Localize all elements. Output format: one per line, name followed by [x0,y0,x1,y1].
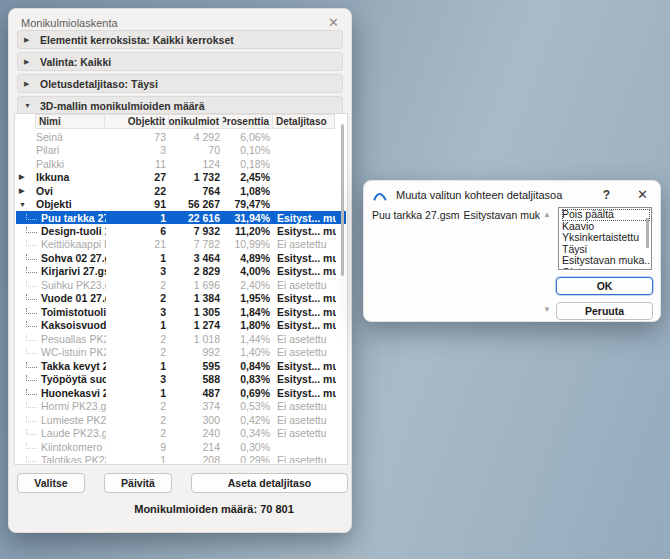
row-name: Toimistotuoli 0... [41,306,106,318]
option-item[interactable]: Oletus [562,267,650,270]
table-row[interactable]: Lumieste PK23....23000,42%Ei asetettu [16,413,346,426]
row-percent: 0,84% [224,360,274,372]
detail-dialog-titlebar[interactable]: Muuta valitun kohteen detaljitasoa ? ✕ [364,181,660,206]
tree-branch-icon [26,240,37,246]
option-item[interactable]: Kaavio [562,221,650,233]
detail-level-dialog: Muuta valitun kohteen detaljitasoa ? ✕ P… [363,180,661,322]
row-percent: 1,80% [224,319,274,331]
help-icon[interactable]: ? [603,188,610,202]
table-row[interactable]: Toimistotuoli 0...31 3051,84%Esityst... … [16,305,346,318]
table-row[interactable]: Palkki111240,18% [16,157,346,170]
tree-branch-icon [26,389,37,395]
row-percent: 2,45% [224,171,274,183]
ok-button[interactable]: OK [556,277,653,295]
row-objects: 91 [106,198,170,210]
row-objects: 73 [106,131,170,143]
tree-branch-icon [26,416,37,422]
table-scrollbar[interactable] [341,124,344,276]
update-button[interactable]: Päivitä [104,473,172,493]
row-detail-level: Esityst... mukaan [274,292,336,304]
chevron-right-icon[interactable]: ▶ [19,173,24,181]
column-header-prosenttia[interactable]: Prosenttia [223,114,273,129]
table-row[interactable]: Huonekasvi 27....14870,69%Esityst... muk… [16,386,346,399]
table-row[interactable]: Pesuallas PK23....21 0181,44%Ei asetettu [16,332,346,345]
option-item[interactable]: Täysi [562,244,650,256]
row-name: Laude PK23.gsm [41,427,106,439]
row-name-cell: Hormi PK23.gsm [16,400,106,412]
table-row[interactable]: Vuode 01 27.g...21 3841,95%Esityst... mu… [16,292,346,305]
table-row[interactable]: ▶Ikkuna271 7322,45% [16,170,346,183]
close-icon[interactable]: ✕ [328,16,339,29]
tree-branch-icon [26,362,37,368]
table-row[interactable]: Takka kevyt 27....15950,84%Esityst... mu… [16,359,346,372]
row-name-cell: Suihku PK23.gsm [16,279,106,291]
set-detail-level-button[interactable]: Aseta detaljitaso [191,473,348,493]
column-header-objektit[interactable]: Objektit [105,114,169,129]
table-row[interactable]: Hormi PK23.gsm23740,53%Ei asetettu [16,399,346,412]
tree-branch-icon [26,335,37,341]
row-objects: 1 [106,252,170,264]
row-percent: 0,29% [224,454,274,463]
section-elements-from-stories[interactable]: ▶ Elementit kerroksista: Kaikki kerrokse… [17,30,343,49]
option-item[interactable]: Yksinkertaistettu [562,232,650,244]
row-polygons: 1 384 [170,292,224,304]
table-row[interactable]: Kiintokomero P...92140,30% [16,440,346,453]
close-icon[interactable]: ✕ [637,187,648,202]
chevron-right-icon[interactable]: ▶ [24,80,40,88]
chevron-right-icon[interactable]: ▶ [24,58,40,66]
row-objects: 9 [106,441,170,453]
tree-branch-icon [26,227,37,233]
row-objects: 27 [106,171,170,183]
table-row[interactable]: Pilari3700,10% [16,143,346,156]
row-objects: 1 [106,454,170,463]
section-default-detail-level[interactable]: ▶ Oletusdetaljitaso: Täysi [17,74,343,93]
scroll-up-icon[interactable]: ▲ [543,210,551,219]
chevron-right-icon[interactable]: ▶ [19,187,24,195]
option-item[interactable]: Pois päältä [562,209,650,221]
section-selection[interactable]: ▶ Valinta: Kaikki [17,52,343,71]
row-name: Huonekasvi 27.... [41,387,106,399]
row-polygons: 240 [170,427,224,439]
row-name-cell: ▶Ikkuna [16,171,106,183]
option-item[interactable]: Esitystavan muka... [562,255,650,267]
table-row[interactable]: Keittiökaappi K...217 78210,99%Ei asetet… [16,238,346,251]
table-row[interactable]: Sohva 02 27.gsm13 4644,89%Esityst... muk… [16,251,346,264]
chevron-right-icon[interactable]: ▶ [24,36,40,44]
row-polygons: 124 [170,158,224,170]
table-row[interactable]: Työpöytä suora...35880,83%Esityst... muk… [16,372,346,385]
table-row[interactable]: Seinä734 2926,06% [16,130,346,143]
row-detail-level: Esityst... mukaan [274,265,336,277]
row-name-cell: Seinä [16,131,106,143]
table-row[interactable]: ▼Objekti9156 26779,47% [16,197,346,210]
table-row[interactable]: Design-tuoli 1...67 93211,20%Esityst... … [16,224,346,237]
section-label: Oletusdetaljitaso: Täysi [40,78,158,90]
row-percent: 0,10% [224,144,274,156]
table-row[interactable]: WC-istuin PK23...29921,40%Ei asetettu [16,346,346,359]
chevron-down-icon[interactable]: ▼ [24,102,40,109]
row-percent: 0,69% [224,387,274,399]
table-row[interactable]: Laude PK23.gsm22400,34%Ei asetettu [16,426,346,439]
polygon-total-status: Monikulmioiden määrä: 70 801 [79,503,349,515]
cancel-button[interactable]: Peruuta [556,302,653,320]
object-list-item[interactable]: Puu tarkka 27.gsm Esitystavan muk [364,209,540,223]
column-header-detaljitaso[interactable]: Detaljitaso [273,114,335,129]
table-row[interactable]: Kaksoisvuode ...11 2741,80%Esityst... mu… [16,319,346,332]
scroll-down-icon[interactable]: ▼ [543,305,551,314]
table-row[interactable]: Talotikas PK23....12080,29%Ei asetettu [16,453,346,463]
select-button[interactable]: Valitse [17,473,85,493]
column-header-monikulmiot[interactable]: Monikulmiot [169,114,223,129]
row-name-cell: Design-tuoli 1... [16,225,106,237]
chevron-down-icon[interactable]: ▼ [19,201,26,208]
row-detail-level: Esityst... mukaan [274,252,336,264]
row-objects: 2 [106,427,170,439]
table-row[interactable]: Puu tarkka 27....122 61631,94%Esityst...… [16,211,346,224]
column-header-nimi[interactable]: Nimi [35,114,105,129]
row-name-cell: Puu tarkka 27.... [16,212,106,224]
section-label: 3D-mallin monikulmioiden määrä [40,100,205,112]
table-row[interactable]: Kirjarivi 27.gsm32 8294,00%Esityst... mu… [16,265,346,278]
row-percent: 10,99% [224,238,274,250]
main-dialog-titlebar[interactable]: Monikulmiolaskenta ✕ [9,9,351,30]
table-row[interactable]: Suihku PK23.gsm21 6962,40%Ei asetettu [16,278,346,291]
listbox-scrollbar[interactable] [646,218,649,248]
table-row[interactable]: ▶Ovi227641,08% [16,184,346,197]
